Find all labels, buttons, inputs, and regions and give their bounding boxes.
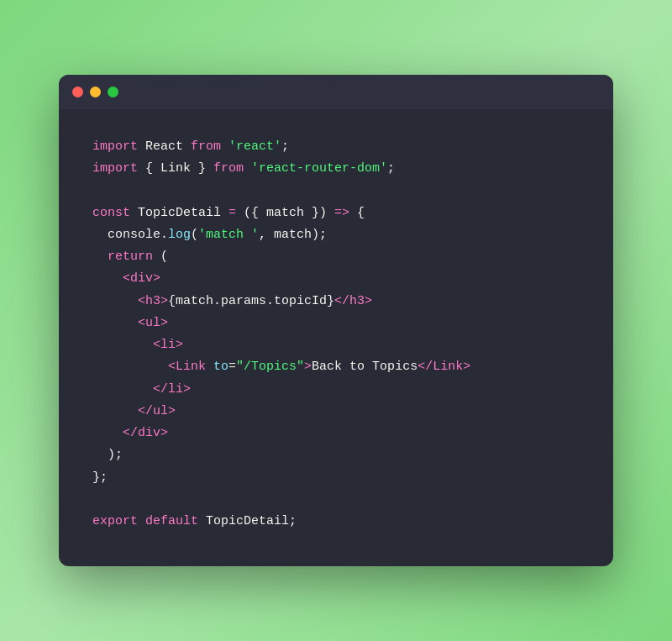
code-line-10: <li> [92,334,580,356]
code-line-14: </div> [92,423,580,444]
code-line-2: import { Link } from 'react-router-dom'; [92,158,580,180]
code-editor-window: import React from 'react'; import { Link… [59,75,613,567]
code-line-blank-2 [92,489,580,511]
code-content: import React from 'react'; import { Link… [59,109,613,567]
code-line-16: }; [92,467,580,489]
code-line-blank-1 [92,180,580,202]
code-line-6: return ( [92,246,580,268]
code-line-15: ); [92,444,580,466]
minimize-button[interactable] [90,87,101,97]
titlebar [59,75,613,109]
code-line-11: <Link to="/Topics">Back to Topics</Link> [92,356,580,378]
maximize-button[interactable] [108,87,118,97]
code-line-13: </ul> [92,401,580,423]
code-line-8: <h3>{match.params.topicId}</h3> [92,291,580,313]
code-line-4: const TopicDetail = ({ match }) => { [92,202,580,224]
code-line-7: <div> [92,268,580,290]
code-line-1: import React from 'react'; [92,136,580,158]
code-line-12: </li> [92,379,580,401]
code-line-18: export default TopicDetail; [92,511,580,533]
code-line-5: console.log('match ', match); [92,224,580,246]
code-line-9: <ul> [92,313,580,334]
close-button[interactable] [72,87,83,97]
